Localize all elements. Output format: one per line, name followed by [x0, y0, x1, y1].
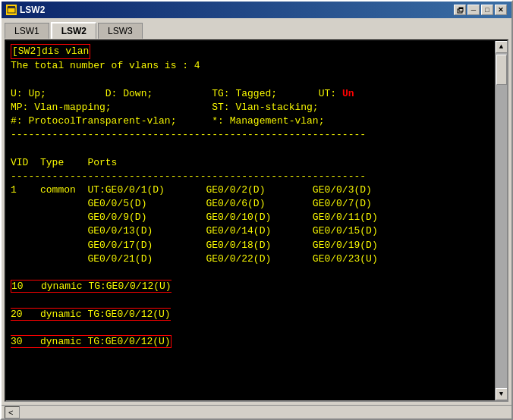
header-line: VID Type Ports	[11, 157, 117, 168]
scroll-track	[496, 53, 507, 388]
vlan10-section: 10 dynamic TG:GE0/0/12(U) 20 dynamic TG:…	[11, 280, 172, 348]
tab-lsw2[interactable]: LSW2	[51, 22, 96, 39]
scroll-thumb[interactable]	[496, 55, 507, 85]
window-title: LSW2	[20, 5, 45, 15]
svg-rect-0	[8, 8, 15, 13]
statusbar: <	[2, 405, 511, 418]
vlan10-line: 10 dynamic TG:GE0/0/12(U)	[11, 281, 172, 292]
vlan1-line-2: GE0/0/5(D) GE0/0/6(D) GE0/0/7(D)	[11, 198, 372, 209]
tab-bar: LSW1 LSW2 LSW3	[2, 18, 511, 38]
main-window: LSW2 ─ □ ✕ LSW1 LSW2 LSW3	[0, 0, 513, 420]
command-line: [SW2]dis vlan	[11, 44, 90, 59]
tab-lsw1[interactable]: LSW1	[5, 23, 49, 39]
title-bar-left: LSW2	[6, 5, 45, 15]
terminal-container: [SW2]dis vlan The total number of vlans …	[2, 38, 511, 405]
window-icon	[6, 5, 17, 15]
terminal[interactable]: [SW2]dis vlan The total number of vlans …	[6, 41, 495, 400]
vlan20-line: 20 dynamic TG:GE0/0/12(U)	[11, 309, 171, 320]
separator-2: ----------------------------------------…	[11, 171, 366, 182]
restore-button[interactable]	[454, 5, 466, 15]
svg-rect-1	[8, 6, 15, 8]
minimize-button[interactable]: ─	[467, 5, 480, 15]
vlan1-line-4: GE0/0/13(D) GE0/0/14(D) GE0/0/15(D)	[11, 225, 378, 237]
vlan1-line-1: 1 common UT:GE0/0/1(D) GE0/0/2(D) GE0/0/…	[11, 184, 372, 196]
tab-lsw3[interactable]: LSW3	[98, 23, 143, 39]
title-bar: LSW2 ─ □ ✕	[2, 2, 511, 18]
status-text: <	[5, 406, 20, 418]
close-button[interactable]: ✕	[495, 5, 507, 15]
vlan1-line-3: GE0/0/9(D) GE0/0/10(D) GE0/0/11(D)	[11, 212, 378, 223]
svg-rect-4	[459, 8, 463, 9]
vlan1-line-5: GE0/0/17(D) GE0/0/18(D) GE0/0/19(D)	[11, 240, 378, 251]
vlan1-line-6: GE0/0/21(D) GE0/0/22(D) GE0/0/23(U)	[11, 253, 378, 265]
total-vlans-line: The total number of vlans is : 4	[11, 60, 200, 71]
vlan30-line: 30 dynamic TG:GE0/0/12(U)	[11, 336, 171, 347]
terminal-wrapper: [SW2]dis vlan The total number of vlans …	[5, 39, 508, 402]
legend-line-1: U: Up; D: Down; TG: Tagged; UT: Un	[11, 88, 354, 99]
legend-line-2: MP: Vlan-mapping; ST: Vlan-stacking;	[11, 102, 319, 113]
title-buttons: ─ □ ✕	[454, 5, 507, 15]
legend-line-3: #: ProtocolTransparent-vlan; *: Manageme…	[11, 115, 324, 127]
scrollbar[interactable]: ▲ ▼	[495, 41, 507, 400]
separator-1: ----------------------------------------…	[11, 129, 366, 140]
maximize-button[interactable]: □	[481, 5, 493, 15]
scroll-up-button[interactable]: ▲	[496, 41, 508, 53]
terminal-content: [SW2]dis vlan The total number of vlans …	[11, 44, 490, 349]
scroll-down-button[interactable]: ▼	[496, 388, 508, 400]
